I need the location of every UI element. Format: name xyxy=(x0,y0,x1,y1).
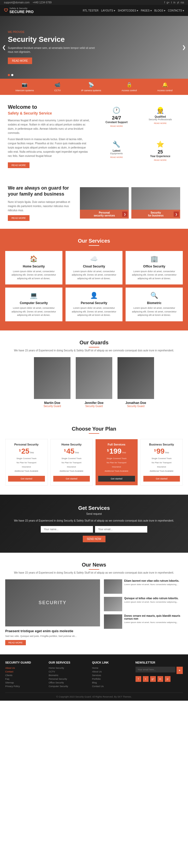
footer-social-fb[interactable]: f xyxy=(136,676,141,682)
footer-privacy[interactable]: Privacy Policy xyxy=(5,685,45,688)
plan-business-features: Single Covered TrackNo Plan for Transpor… xyxy=(143,457,180,473)
social-t[interactable]: t xyxy=(171,1,172,4)
plan-personal: Personal Security $ 25 /mo Single Covere… xyxy=(5,439,48,486)
welcome-title: Welcome to xyxy=(8,104,91,110)
feature-support-num: 24/7 xyxy=(99,115,134,121)
plan-personal-price: $ 25 /mo xyxy=(8,447,45,455)
footer-contact[interactable]: Contact xyxy=(5,670,45,673)
home-security-title: Home Security xyxy=(8,265,59,268)
news-layout: SECURITY Praesent tristique eget enim qu… xyxy=(5,579,183,646)
our-services-section: Our Services 🏠 Home Security Lorem ipsum… xyxy=(0,229,188,331)
guard-promo-section: We are always on guard for your family a… xyxy=(0,177,188,229)
plan-home-features: Single Covered TrackNo Plan for Transpor… xyxy=(53,457,90,473)
hero-read-more-btn[interactable]: READ MORE xyxy=(8,58,32,64)
footer-social-tw[interactable]: t xyxy=(143,676,149,682)
get-services-input[interactable] xyxy=(41,526,93,533)
plan-home-name: Home Security xyxy=(53,443,90,446)
cctv-icon: 📹 xyxy=(54,82,60,88)
service-access[interactable]: 🔒 Access control xyxy=(121,82,137,92)
get-services-btn[interactable]: SEND NOW xyxy=(83,536,106,542)
plan-personal-num: 25 xyxy=(22,447,30,455)
footer-social: f t g+ in yt xyxy=(136,676,183,682)
footer-services-link[interactable]: Services xyxy=(92,674,131,677)
office-security-desc: Lorem ipsum dolor sit amet, consectetur … xyxy=(129,270,180,281)
footer-home-link[interactable]: Home xyxy=(92,667,131,669)
welcome-features: 🕐 24/7 Constant Support READ MORE 👷 Qual… xyxy=(97,104,180,168)
newsletter-btn[interactable]: ➤ xyxy=(177,667,183,674)
hero-arrow-right[interactable]: ❯ xyxy=(182,44,186,50)
news-main-img: SECURITY xyxy=(5,579,100,626)
get-services-email[interactable] xyxy=(95,526,147,533)
footer-blog-link[interactable]: Blog xyxy=(92,681,131,684)
plan-business-btn[interactable]: Get started xyxy=(143,476,180,482)
guard-img-2-arrow[interactable]: ❯ xyxy=(174,212,179,217)
footer-computer-security[interactable]: Computer Security xyxy=(48,685,88,688)
guard-img-1-arrow[interactable]: ❯ xyxy=(122,212,127,217)
nav-layouts[interactable]: LAYOUTS ▾ xyxy=(101,9,115,12)
plan-home-btn[interactable]: Get started xyxy=(53,476,90,482)
footer-col2-title: OUR SERVICES xyxy=(48,661,88,664)
hero-dot-1[interactable] xyxy=(8,74,10,76)
nav-shortcodes[interactable]: SHORTCODES ▾ xyxy=(118,9,138,12)
access2-label: Access control xyxy=(157,89,173,92)
service-ip-camera[interactable]: 📡 IP camera systems xyxy=(81,82,101,92)
footer-about[interactable]: About Us xyxy=(5,667,45,669)
feature-equipment-link[interactable]: READ MORE xyxy=(110,156,123,158)
social-in[interactable]: in xyxy=(174,1,176,4)
plan-personal-mo: /mo xyxy=(30,451,34,454)
hero-arrow-left[interactable]: ❮ xyxy=(2,44,6,50)
footer-home-security[interactable]: Home Security xyxy=(48,667,88,669)
nav-pages[interactable]: PAGES ▾ xyxy=(141,9,152,12)
footer-sitemap[interactable]: Sitemap xyxy=(5,681,45,684)
news-main-btn[interactable]: READ MORE xyxy=(5,640,26,645)
feature-qualified-link[interactable]: READ MORE xyxy=(154,122,166,124)
our-services-underline xyxy=(89,245,99,246)
footer-personal-security[interactable]: Personal Security xyxy=(48,678,88,680)
footer-biometric[interactable]: Biometric xyxy=(48,674,88,677)
news-item-2-title: Quisque ut tellus vitae odio rutrum lobo… xyxy=(124,597,179,600)
footer-about-link[interactable]: About Us xyxy=(92,670,131,673)
plan-personal-btn[interactable]: Get started xyxy=(8,476,45,482)
footer-col1-title: SECURITY GUARD xyxy=(5,661,45,664)
news-section: Our News We have 15 years of Experienced… xyxy=(0,553,188,655)
nav-blogs[interactable]: BLOGS ▾ xyxy=(154,9,165,12)
news-main: SECURITY Praesent tristique eget enim qu… xyxy=(5,579,100,646)
footer-social-in[interactable]: in xyxy=(157,676,163,682)
nav-rtl[interactable]: RTL TESTER xyxy=(83,9,99,12)
hero-subtitle: WE PROVIDE xyxy=(8,31,99,33)
welcome-read-more-btn[interactable]: READ MORE xyxy=(8,162,30,168)
footer-col-newsletter: NEWSLETTER ➤ f t g+ in yt xyxy=(136,661,183,689)
social-g[interactable]: g+ xyxy=(166,1,170,4)
footer-portfolio-link[interactable]: Portfolio xyxy=(92,678,131,680)
footer-faq[interactable]: Faq xyxy=(5,678,45,680)
footer-contact-link[interactable]: Contact Us xyxy=(92,685,131,688)
access-icon: 🔒 xyxy=(126,82,132,88)
social-yt[interactable]: yt xyxy=(177,1,179,4)
news-thumb-2 xyxy=(104,597,122,611)
plan-home: Home Security $ 45 /mo Single Covered Tr… xyxy=(50,439,93,486)
social-rss[interactable]: rss xyxy=(181,1,184,4)
service-access2[interactable]: 🔔 Access control xyxy=(157,82,173,92)
social-f[interactable]: f xyxy=(164,1,165,4)
nav-contacts[interactable]: CONTACTS ▾ xyxy=(168,9,184,12)
top-bar-right: f g+ t in yt rss xyxy=(164,1,184,4)
news-thumb-3 xyxy=(104,614,122,629)
footer-social-gp[interactable]: g+ xyxy=(150,676,156,682)
footer-office-security[interactable]: Office Security xyxy=(48,681,88,684)
footer-social-yt[interactable]: yt xyxy=(165,676,171,682)
footer-col-services: OUR SERVICES Home Security CCTV Biometri… xyxy=(48,661,88,689)
plan-full-btn[interactable]: Get started xyxy=(98,476,135,482)
top-bar-left: support@domain.com +440 1234 6789 xyxy=(4,1,52,4)
footer-cctv[interactable]: CCTV xyxy=(48,670,88,673)
service-card-computer: 💻 Computer Security Lorem ipsum dolor si… xyxy=(5,287,63,321)
service-cctv[interactable]: 📹 CCTV xyxy=(54,82,61,92)
guard-img-2-label: Securityfor business ❯ xyxy=(131,210,180,219)
service-intercom[interactable]: 📷 Intercom systems xyxy=(15,82,34,92)
feature-experience-link[interactable]: READ MORE xyxy=(154,159,166,161)
footer-clients[interactable]: Clients xyxy=(5,674,45,677)
feature-support-link[interactable]: READ MORE xyxy=(110,125,123,127)
guard-jonathan-avatar xyxy=(117,357,154,399)
hero-dot-2[interactable] xyxy=(11,74,13,76)
guard-promo-btn[interactable]: READ MORE xyxy=(8,215,30,221)
newsletter-input[interactable] xyxy=(136,667,176,673)
